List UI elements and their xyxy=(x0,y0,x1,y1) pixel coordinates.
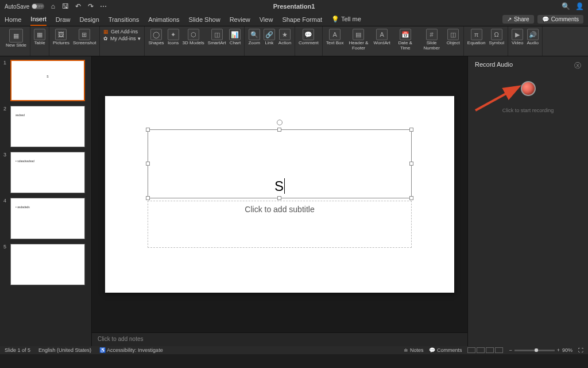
zoom-percent[interactable]: 90% xyxy=(562,347,572,353)
home-icon[interactable]: ⌂ xyxy=(49,2,57,10)
sorter-view-button[interactable] xyxy=(477,347,485,353)
view-buttons xyxy=(467,347,503,353)
svg-line-1 xyxy=(475,87,517,110)
toggle-off-icon: OFF xyxy=(32,3,44,9)
get-addins-button[interactable]: ▦ Get Add-ins xyxy=(103,29,141,34)
resize-handle[interactable] xyxy=(409,196,413,200)
tab-shape-format[interactable]: Shape Format xyxy=(282,14,322,25)
rotate-handle[interactable] xyxy=(277,120,283,125)
tab-home[interactable]: Home xyxy=(5,14,21,25)
equation-button[interactable]: πEquation xyxy=(467,29,486,46)
wordart-button[interactable]: AWordArt xyxy=(373,29,390,46)
accessibility-check[interactable]: ♿ Accessibility: Investigate xyxy=(99,347,163,353)
autosave-toggle[interactable]: AutoSave OFF xyxy=(5,3,44,10)
tab-design[interactable]: Design xyxy=(80,14,99,25)
table-button[interactable]: ▦Table xyxy=(34,29,45,46)
link-button[interactable]: 🔗Link xyxy=(264,29,275,46)
notes-toggle[interactable]: ≐ Notes xyxy=(404,347,423,353)
audio-button[interactable]: 🔊Audio xyxy=(527,29,538,46)
zoom-out-icon[interactable]: − xyxy=(509,347,512,353)
my-addins-button[interactable]: ✿ My Add-ins ▾ xyxy=(103,36,141,41)
close-icon[interactable]: ⓧ xyxy=(574,61,581,71)
header-footer-button[interactable]: ▤Header & Footer xyxy=(347,29,370,51)
thumbnail-4[interactable]: • asdadads xyxy=(10,198,85,239)
video-button[interactable]: ▶Video xyxy=(512,29,523,46)
slide-thumbnails: 1S 2asdasd 3• sdaadsadsad 4• asdadads 5 xyxy=(0,56,92,346)
zoom-in-icon[interactable]: + xyxy=(557,347,560,353)
undo-icon[interactable]: ↶ xyxy=(74,2,82,10)
resize-handle[interactable] xyxy=(146,162,150,166)
slide-position: Slide 1 of 5 xyxy=(5,347,30,353)
title-text[interactable]: S xyxy=(274,178,285,194)
symbol-button[interactable]: ΩSymbol xyxy=(489,29,504,46)
document-title: Presentation1 xyxy=(273,3,315,10)
chart-button[interactable]: 📊Chart xyxy=(229,29,241,46)
subtitle-placeholder: Click to add subtitle xyxy=(245,205,314,214)
language-indicator[interactable]: English (United States) xyxy=(38,347,91,353)
tab-transitions[interactable]: Transitions xyxy=(109,14,139,25)
audio-pane-title: Record Audio xyxy=(475,61,513,71)
comments-button[interactable]: 💬 Comments xyxy=(537,15,583,24)
screenshot-button[interactable]: ⊞Screenshot xyxy=(73,29,96,46)
zoom-button[interactable]: 🔍Zoom xyxy=(248,29,260,46)
save-icon[interactable]: 🖫 xyxy=(61,2,69,10)
textbox-button[interactable]: AText Box xyxy=(326,29,344,46)
resize-handle[interactable] xyxy=(277,128,281,132)
ribbon-tabs: Home Insert Draw Design Transitions Anim… xyxy=(0,13,588,26)
thumbnail-5[interactable] xyxy=(10,244,85,285)
3d-models-button[interactable]: ⬡3D Models xyxy=(183,29,204,46)
subtitle-textbox[interactable]: Click to add subtitle xyxy=(148,201,412,248)
tab-insert[interactable]: Insert xyxy=(30,13,47,26)
zoom-control[interactable]: − + 90% xyxy=(509,347,572,353)
tab-animations[interactable]: Animations xyxy=(148,14,179,25)
tell-me[interactable]: 💡 Tell me xyxy=(331,13,361,25)
notes-pane[interactable]: Click to add notes xyxy=(92,332,467,346)
ribbon: ▦New Slide ▦Table 🖼Pictures ⊞Screenshot … xyxy=(0,26,588,56)
title-bar: AutoSave OFF ⌂ 🖫 ↶ ↷ ⋯ Presentation1 🔍 👤 xyxy=(0,0,588,13)
record-button[interactable] xyxy=(521,81,536,96)
tab-review[interactable]: Review xyxy=(230,14,250,25)
fit-to-window-button[interactable]: ⛶ xyxy=(578,347,583,353)
autosave-label: AutoSave xyxy=(5,3,29,10)
zoom-slider[interactable] xyxy=(514,350,555,351)
comments-toggle[interactable]: 💬 Comments xyxy=(429,347,462,353)
new-slide-button[interactable]: ▦New Slide xyxy=(6,29,26,48)
thumbnail-3[interactable]: • sdaadsadsad xyxy=(10,152,85,193)
account-icon[interactable]: 👤 xyxy=(575,2,583,10)
thumbnail-1[interactable]: S xyxy=(10,60,85,101)
reading-view-button[interactable] xyxy=(486,347,494,353)
share-button[interactable]: ↗ Share xyxy=(502,15,534,24)
resize-handle[interactable] xyxy=(146,128,150,132)
title-textbox[interactable]: S xyxy=(148,129,412,198)
tab-slideshow[interactable]: Slide Show xyxy=(189,14,220,25)
action-button[interactable]: ★Action xyxy=(278,29,291,46)
comment-button[interactable]: 💬Comment xyxy=(299,29,319,46)
icons-button[interactable]: ✦Icons xyxy=(168,29,179,46)
smartart-button[interactable]: ◫SmartArt xyxy=(208,29,226,46)
resize-handle[interactable] xyxy=(146,196,150,200)
tab-draw[interactable]: Draw xyxy=(56,14,71,25)
redo-icon[interactable]: ↷ xyxy=(87,2,95,10)
record-hint: Click to start recording xyxy=(475,108,581,113)
record-audio-pane: Record Audio ⓧ Click to start recording xyxy=(467,56,588,346)
resize-handle[interactable] xyxy=(277,196,281,200)
resize-handle[interactable] xyxy=(409,162,413,166)
thumbnail-2[interactable]: asdasd xyxy=(10,106,85,147)
shapes-button[interactable]: ◯Shapes xyxy=(148,29,164,46)
normal-view-button[interactable] xyxy=(467,347,475,353)
slideshow-view-button[interactable] xyxy=(495,347,503,353)
search-icon[interactable]: 🔍 xyxy=(562,2,570,10)
more-icon[interactable]: ⋯ xyxy=(99,2,107,10)
slide-canvas[interactable]: S Click to add subtitle xyxy=(105,96,454,293)
tab-view[interactable]: View xyxy=(260,14,273,25)
slide-number-button[interactable]: #Slide Number xyxy=(420,29,443,51)
resize-handle[interactable] xyxy=(409,128,413,132)
status-bar: Slide 1 of 5 English (United States) ♿ A… xyxy=(0,346,588,354)
date-time-button[interactable]: 📅Date & Time xyxy=(394,29,417,51)
object-button[interactable]: ◫Object xyxy=(447,29,460,46)
pictures-button[interactable]: 🖼Pictures xyxy=(53,29,69,46)
